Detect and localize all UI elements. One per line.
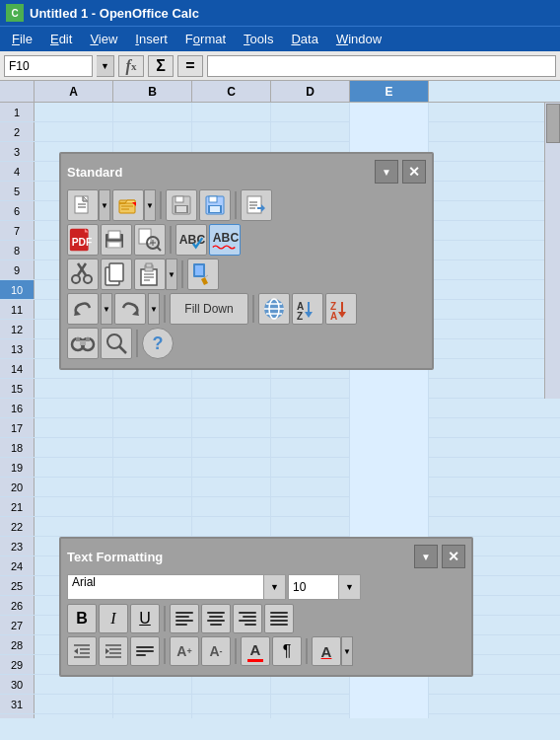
row-number[interactable]: 8	[0, 241, 35, 259]
cell[interactable]	[271, 497, 350, 517]
cell[interactable]	[35, 695, 113, 714]
cell[interactable]	[350, 714, 429, 718]
redo-dropdown[interactable]: ▼	[148, 293, 160, 325]
sort-za-button[interactable]: Z A	[325, 293, 357, 325]
navigator-button[interactable]	[67, 328, 99, 359]
cell[interactable]	[271, 399, 350, 418]
cell[interactable]	[35, 103, 113, 122]
cell[interactable]	[350, 418, 429, 438]
row-number[interactable]: 32	[0, 714, 35, 718]
cell[interactable]	[192, 478, 271, 497]
help-button[interactable]: ?	[142, 328, 174, 359]
cell[interactable]	[271, 438, 350, 458]
row-number[interactable]: 2	[0, 122, 35, 141]
col-header-d[interactable]: D	[271, 81, 350, 102]
decrease-indent-button[interactable]	[67, 636, 97, 666]
col-header-c[interactable]: C	[192, 81, 271, 102]
standard-toolbar-close[interactable]: ✕	[402, 160, 426, 184]
col-header-a[interactable]: A	[35, 81, 113, 102]
menu-format[interactable]: Format	[177, 30, 234, 48]
cell[interactable]	[271, 695, 350, 714]
cell[interactable]	[271, 458, 350, 478]
cell[interactable]	[350, 478, 429, 497]
row-number[interactable]: 11	[0, 300, 35, 319]
menu-insert[interactable]: Insert	[127, 30, 175, 48]
cell[interactable]	[113, 399, 192, 418]
row-number[interactable]: 18	[0, 438, 35, 457]
cell[interactable]	[271, 675, 350, 695]
export-button[interactable]	[241, 189, 272, 221]
row-number[interactable]: 21	[0, 497, 35, 516]
row-number[interactable]: 28	[0, 635, 35, 654]
pdf-button[interactable]: PDF	[67, 224, 99, 256]
cell[interactable]	[113, 438, 192, 458]
row-number[interactable]: 15	[0, 379, 35, 398]
menu-window[interactable]: Window	[328, 30, 389, 48]
text-formatting-arrow[interactable]: ▼	[414, 545, 438, 568]
undo-button[interactable]	[67, 293, 99, 325]
menu-data[interactable]: Data	[283, 30, 325, 48]
row-number[interactable]: 16	[0, 399, 35, 417]
cell[interactable]	[113, 497, 192, 517]
cell[interactable]	[350, 103, 429, 122]
row-number[interactable]: 12	[0, 320, 35, 338]
row-number[interactable]: 24	[0, 556, 35, 575]
col-header-e[interactable]: E	[350, 81, 429, 102]
cell[interactable]	[192, 379, 271, 399]
cell[interactable]	[113, 695, 192, 714]
cell[interactable]	[113, 103, 192, 122]
cell[interactable]	[113, 675, 192, 695]
cell[interactable]	[350, 438, 429, 458]
paste-dropdown[interactable]: ▼	[166, 259, 177, 290]
print-preview-button[interactable]	[101, 224, 132, 256]
row-number[interactable]: 14	[0, 359, 35, 378]
font-size-box[interactable]: 10	[288, 574, 339, 600]
cell[interactable]	[271, 517, 350, 537]
row-number[interactable]: 31	[0, 695, 35, 713]
cell[interactable]	[192, 517, 271, 537]
row-number[interactable]: 3	[0, 142, 35, 161]
cell[interactable]	[113, 714, 192, 718]
cell[interactable]	[35, 399, 113, 418]
redo-button[interactable]	[114, 293, 146, 325]
standard-toolbar-arrow[interactable]: ▼	[375, 160, 398, 184]
sigma-button[interactable]: Σ	[148, 55, 174, 77]
font-family-arrow[interactable]: ▼	[264, 574, 286, 600]
cell[interactable]	[271, 418, 350, 438]
underline-button[interactable]: U	[130, 604, 160, 633]
menu-tools[interactable]: Tools	[236, 30, 281, 48]
cell-ref-box[interactable]: F10	[4, 55, 93, 77]
new-doc-dropdown[interactable]: ▼	[99, 189, 110, 221]
font-size-arrow[interactable]: ▼	[339, 574, 361, 600]
cell[interactable]	[192, 438, 271, 458]
cell[interactable]	[192, 714, 271, 718]
cell[interactable]	[271, 379, 350, 399]
cell[interactable]	[192, 695, 271, 714]
cell[interactable]	[192, 122, 271, 142]
align-right-button[interactable]	[233, 604, 262, 633]
cell[interactable]	[35, 497, 113, 517]
menu-view[interactable]: View	[82, 30, 125, 48]
row-number[interactable]: 17	[0, 418, 35, 437]
save-button[interactable]	[166, 189, 197, 221]
align-left-button[interactable]	[170, 604, 199, 633]
paste-button[interactable]	[134, 259, 166, 290]
row-number[interactable]: 10	[0, 280, 35, 299]
cell[interactable]	[35, 478, 113, 497]
row-number[interactable]: 25	[0, 576, 35, 595]
bold-button[interactable]: B	[67, 604, 97, 633]
hyperlink-button[interactable]	[258, 293, 290, 325]
row-number[interactable]: 5	[0, 182, 35, 200]
cell[interactable]	[35, 517, 113, 537]
sort-az-button[interactable]: A Z	[292, 293, 323, 325]
cell[interactable]	[35, 675, 113, 695]
cell[interactable]	[35, 458, 113, 478]
spellcheck-button[interactable]: ABC	[175, 224, 207, 256]
cell[interactable]	[271, 478, 350, 497]
cell[interactable]	[350, 458, 429, 478]
italic-button[interactable]: I	[99, 604, 128, 633]
cell[interactable]	[350, 399, 429, 418]
cell[interactable]	[35, 714, 113, 718]
new-doc-button[interactable]	[67, 189, 99, 221]
cell[interactable]	[350, 695, 429, 714]
